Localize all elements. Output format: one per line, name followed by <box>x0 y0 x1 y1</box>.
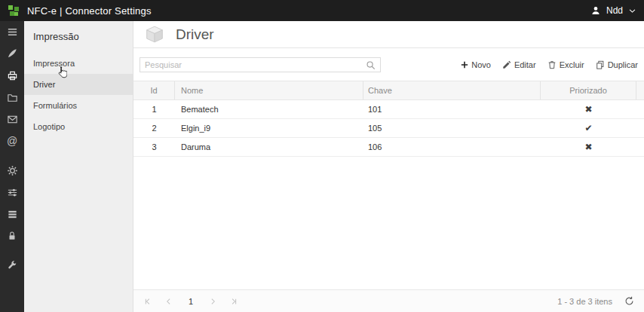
folder-icon <box>7 92 18 103</box>
main-content: Driver Novo <box>133 21 644 312</box>
cell-id: 2 <box>133 119 175 137</box>
sidebar-item-formularios[interactable]: Formulários <box>24 95 133 116</box>
edit-button[interactable]: Editar <box>502 60 536 69</box>
search-input[interactable] <box>140 60 366 69</box>
cell-spacer <box>636 138 644 156</box>
printer-icon <box>7 70 18 81</box>
trash-icon <box>547 60 557 69</box>
table-row[interactable]: 1 Bematech 101 ✖ <box>133 100 644 119</box>
sidebar-item-logotipo[interactable]: Logotipo <box>24 116 133 137</box>
rail-item-settings[interactable] <box>0 160 24 181</box>
new-button-label: Novo <box>471 60 491 69</box>
column-header-priorizado[interactable]: Priorizado <box>541 81 636 99</box>
chevron-down-icon <box>628 7 636 15</box>
page-title: Driver <box>176 26 214 43</box>
page-header: Driver <box>133 21 644 48</box>
first-page-icon[interactable] <box>143 297 152 306</box>
duplicate-button[interactable]: Duplicar <box>596 60 638 69</box>
delete-button[interactable]: Excluir <box>547 60 584 69</box>
user-menu[interactable]: Ndd <box>590 5 636 16</box>
ndd-logo-icon <box>8 5 20 17</box>
top-bar: NFC-e | Connector Settings Ndd <box>0 0 644 21</box>
search-icon[interactable] <box>366 60 380 70</box>
rail-item-security[interactable] <box>0 225 24 246</box>
sidebar-item-driver[interactable]: Driver <box>24 74 133 95</box>
copy-icon <box>596 60 605 69</box>
cell-id: 1 <box>133 100 175 118</box>
rail-item-mail[interactable] <box>0 109 24 130</box>
refresh-icon[interactable] <box>624 296 634 306</box>
hamburger-menu-icon <box>7 26 18 38</box>
driver-table: Id Nome Chave Priorizado 1 Bematech 101 … <box>133 81 644 157</box>
rail-item-at[interactable]: @ <box>0 130 24 151</box>
search-box <box>140 57 381 72</box>
cell-chave: 105 <box>363 119 541 137</box>
next-page-icon[interactable] <box>208 297 217 306</box>
column-header-chave[interactable]: Chave <box>363 81 541 99</box>
mail-icon <box>7 114 18 125</box>
cell-chave: 101 <box>363 100 541 118</box>
pencil-icon <box>502 60 511 69</box>
not-prioritized-icon: ✖ <box>584 142 592 152</box>
sliders-icon <box>7 187 18 198</box>
table-row[interactable]: 3 Daruma 106 ✖ <box>133 138 644 157</box>
pager: 1 1 - 3 de 3 itens <box>133 289 644 312</box>
rail-item-menu[interactable] <box>0 21 24 42</box>
brush-icon <box>7 48 17 59</box>
prev-page-icon[interactable] <box>164 297 173 306</box>
column-header-nome[interactable]: Nome <box>175 81 363 99</box>
table-row[interactable]: 2 Elgin_i9 105 ✔ <box>133 119 644 138</box>
table-header: Id Nome Chave Priorizado <box>133 81 644 100</box>
at-sign-icon: @ <box>7 136 17 146</box>
rows-icon <box>7 209 18 220</box>
cell-nome: Bematech <box>175 100 363 118</box>
not-prioritized-icon: ✖ <box>584 104 592 115</box>
pager-info: 1 - 3 de 3 itens <box>557 297 612 306</box>
cell-id: 3 <box>133 138 175 156</box>
cell-nome: Elgin_i9 <box>175 119 363 137</box>
lock-icon <box>7 231 17 241</box>
plus-icon <box>461 61 468 69</box>
pager-nav: 1 <box>143 297 238 306</box>
pager-right: 1 - 3 de 3 itens <box>557 296 634 306</box>
section-menu-panel: Impressão Impressora Driver Formulários … <box>24 21 133 312</box>
rail-item-preferences[interactable] <box>0 182 24 203</box>
wrench-icon <box>7 260 17 271</box>
controls-row: Novo Editar Exclui <box>133 57 644 73</box>
edit-button-label: Editar <box>514 60 536 69</box>
gear-icon <box>7 165 18 176</box>
column-header-spacer <box>636 81 644 99</box>
rail-item-records[interactable] <box>0 203 24 225</box>
cell-nome: Daruma <box>175 138 363 156</box>
rail-item-brush[interactable] <box>0 43 24 64</box>
cell-chave: 106 <box>363 138 541 156</box>
duplicate-button-label: Duplicar <box>608 60 638 69</box>
delete-button-label: Excluir <box>560 60 584 69</box>
sidebar-item-impressora[interactable]: Impressora <box>24 53 133 74</box>
cell-spacer <box>636 100 644 118</box>
app-title: NFC-e | Connector Settings <box>27 5 152 17</box>
cell-spacer <box>636 119 644 137</box>
new-button[interactable]: Novo <box>461 60 491 69</box>
box-icon <box>143 24 167 44</box>
last-page-icon[interactable] <box>229 297 238 306</box>
page-number[interactable]: 1 <box>186 297 196 306</box>
column-header-id[interactable]: Id <box>133 81 175 99</box>
grid-toolbar: Novo Editar Exclui <box>461 60 638 69</box>
section-title: Impressão <box>24 21 133 53</box>
prioritized-check-icon: ✔ <box>584 123 592 133</box>
rail-item-tools[interactable] <box>0 255 24 276</box>
user-name: Ndd <box>606 5 623 16</box>
rail-item-printing[interactable] <box>0 65 24 86</box>
user-icon <box>590 5 601 16</box>
rail-item-files[interactable] <box>0 87 24 108</box>
app-window: NFC-e | Connector Settings Ndd <box>0 0 644 312</box>
icon-rail: @ <box>0 21 24 312</box>
